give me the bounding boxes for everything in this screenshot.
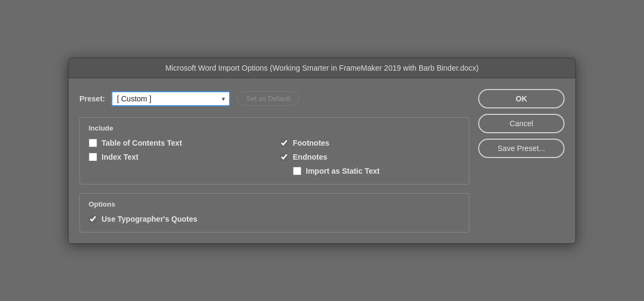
dialog-title: Microsoft Word Import Options (Working S…: [165, 64, 479, 72]
toc-text-label[interactable]: Table of Contents Text: [102, 139, 182, 147]
include-section: Include Table of Contents Text Footnotes…: [79, 117, 469, 184]
dialog-left-panel: Preset: [ Custom ] Set as Default Includ…: [79, 89, 469, 232]
options-section: Options Use Typographer's Quotes: [79, 193, 469, 232]
checkbox-toc-text: Table of Contents Text: [89, 139, 269, 147]
footnotes-checkbox[interactable]: [280, 139, 289, 147]
toc-text-checkbox[interactable]: [89, 139, 97, 147]
index-text-checkbox[interactable]: [89, 153, 97, 161]
include-checkboxes-grid: Table of Contents Text Footnotes Index T…: [89, 139, 460, 175]
index-text-label[interactable]: Index Text: [102, 153, 138, 161]
preset-dropdown[interactable]: [ Custom ]: [111, 91, 230, 106]
typographer-quotes-label[interactable]: Use Typographer's Quotes: [102, 215, 197, 223]
checkbox-index-text: Index Text: [89, 153, 269, 161]
save-preset-button[interactable]: Save Preset...: [478, 139, 565, 158]
checkbox-import-static: Import as Static Text: [280, 167, 460, 175]
cancel-button[interactable]: Cancel: [478, 114, 565, 133]
dialog-body: Preset: [ Custom ] Set as Default Includ…: [69, 78, 575, 243]
options-legend: Options: [89, 200, 460, 208]
endnotes-label[interactable]: Endnotes: [293, 153, 327, 161]
set-default-button[interactable]: Set as Default: [237, 91, 299, 106]
import-static-label[interactable]: Import as Static Text: [306, 167, 380, 175]
checkbox-typographer-quotes: Use Typographer's Quotes: [89, 215, 460, 223]
preset-select-wrapper: [ Custom ]: [111, 91, 230, 106]
typographer-quotes-checkbox[interactable]: [89, 215, 97, 223]
ok-button[interactable]: OK: [478, 89, 565, 108]
dialog-titlebar: Microsoft Word Import Options (Working S…: [69, 58, 575, 78]
preset-row: Preset: [ Custom ] Set as Default: [79, 89, 469, 108]
checkbox-footnotes: Footnotes: [280, 139, 460, 147]
import-static-checkbox[interactable]: [293, 167, 301, 175]
dialog-window: Microsoft Word Import Options (Working S…: [68, 58, 576, 244]
footnotes-label[interactable]: Footnotes: [293, 139, 330, 147]
preset-label: Preset:: [79, 94, 105, 103]
dialog-right-panel: OK Cancel Save Preset...: [478, 89, 565, 232]
endnotes-checkbox[interactable]: [280, 153, 289, 161]
include-legend: Include: [89, 124, 460, 132]
checkbox-endnotes: Endnotes: [280, 153, 460, 161]
